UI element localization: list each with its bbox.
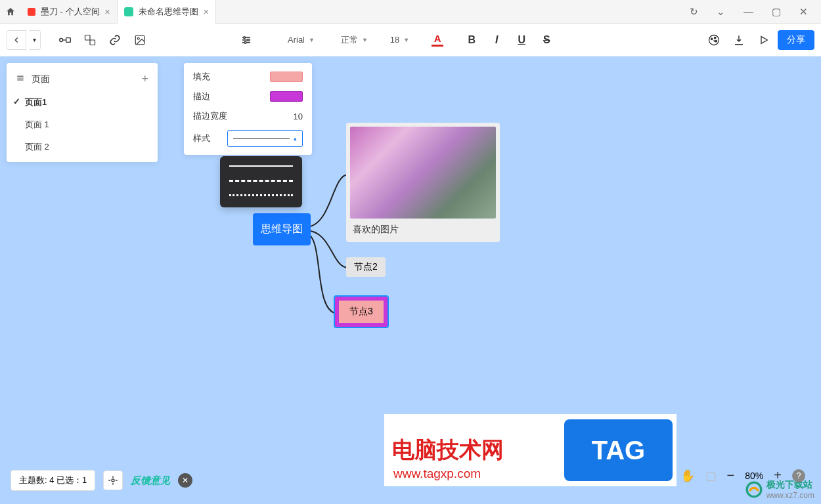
mindmap-node-3-selected[interactable]: 节点3 <box>335 297 388 327</box>
close-icon[interactable]: × <box>105 7 110 17</box>
image-caption: 喜欢的图片 <box>350 219 496 238</box>
fill-swatch[interactable] <box>270 72 303 82</box>
share-button[interactable]: 分享 <box>778 30 814 50</box>
back-dropdown[interactable]: ▾ <box>29 30 41 50</box>
style-panel: 填充 描边 描边宽度 10 样式 ▴ <box>184 63 312 155</box>
stroke-width-value[interactable]: 10 <box>270 112 303 121</box>
add-page-button[interactable]: + <box>141 72 148 86</box>
strike-icon[interactable]: S <box>535 29 558 51</box>
bold-icon[interactable]: B <box>460 29 483 51</box>
pages-title: 页面 <box>32 74 50 85</box>
zoom-controls: ✋ ▢ − 80% + ? <box>680 468 805 483</box>
download-icon[interactable] <box>728 29 750 51</box>
italic-icon[interactable]: I <box>485 29 508 51</box>
title-bar: 墨刀 - 个人空间 × 未命名思维导图 × ↻ ⌄ — ▢ ✕ <box>0 0 821 24</box>
dl-url: www.xz7.com <box>766 491 814 500</box>
page-item[interactable]: 页面 2 <box>7 136 158 158</box>
line-style-dropdown[interactable]: ▴ <box>227 130 303 147</box>
topic-stats: 主题数: 4 已选：1 <box>11 470 95 491</box>
underline-icon[interactable]: U <box>510 29 533 51</box>
svg-point-13 <box>112 479 114 482</box>
home-icon[interactable] <box>0 0 21 24</box>
image-tool-icon[interactable] <box>129 29 151 51</box>
line-option-dashed[interactable] <box>229 177 293 184</box>
line-option-solid[interactable] <box>229 163 293 169</box>
shapes-tool-icon[interactable] <box>79 29 101 51</box>
tab-mindmap[interactable]: 未命名思维导图 × <box>118 0 216 24</box>
chevron-down-icon: ▼ <box>403 37 409 43</box>
app-icon <box>28 8 35 16</box>
stroke-width-label: 描边宽度 <box>193 110 270 122</box>
theme-icon[interactable] <box>703 29 725 51</box>
font-dropdown[interactable]: Arial ▼ <box>282 30 320 50</box>
tab-workspace[interactable]: 墨刀 - 个人空间 × <box>21 0 118 24</box>
size-value: 18 <box>390 35 399 45</box>
watermark-title: 电脑技术网 <box>384 435 504 465</box>
page-item[interactable]: 页面1 <box>7 91 158 114</box>
help-icon[interactable]: ? <box>792 469 805 482</box>
svg-point-0 <box>60 38 63 41</box>
line-option-dotted[interactable] <box>229 192 293 198</box>
maximize-icon[interactable]: ▢ <box>772 6 781 18</box>
caret-icon: ▴ <box>294 135 297 142</box>
doc-icon <box>124 7 133 16</box>
solid-line-preview <box>233 138 290 139</box>
tab-label: 未命名思维导图 <box>139 6 198 18</box>
pages-header: 页面 + <box>7 67 158 91</box>
play-icon[interactable] <box>753 29 775 51</box>
svg-rect-1 <box>66 37 71 42</box>
line-style-menu <box>220 156 302 207</box>
style-label: 样式 <box>193 133 227 144</box>
close-icon[interactable]: × <box>204 7 209 17</box>
image-thumbnail <box>350 127 496 219</box>
fill-label: 填充 <box>193 71 270 83</box>
minimize-icon[interactable]: — <box>743 6 753 18</box>
mindmap-node-2[interactable]: 节点2 <box>346 257 386 277</box>
weight-value: 正常 <box>341 34 358 46</box>
size-dropdown[interactable]: 18 ▼ <box>385 30 414 50</box>
fit-view-icon[interactable]: ▢ <box>705 469 717 483</box>
watermark-tag: TAG <box>564 419 673 481</box>
text-color-icon[interactable]: A <box>426 29 449 51</box>
chevron-down-icon: ▼ <box>309 37 315 43</box>
link-tool-icon[interactable] <box>104 29 126 51</box>
stroke-label: 描边 <box>193 91 270 102</box>
font-value: Arial <box>288 35 305 45</box>
svg-point-10 <box>711 38 713 40</box>
feedback-link[interactable]: 反馈意见 <box>131 474 170 487</box>
toolbar: ▾ Arial ▼ 正常 ▼ 18 ▼ A B I U S <box>0 24 821 56</box>
zoom-in-button[interactable]: + <box>774 468 782 483</box>
center-view-button[interactable] <box>103 471 123 490</box>
svg-rect-2 <box>85 35 91 40</box>
stroke-swatch[interactable] <box>270 91 303 102</box>
tab-label: 墨刀 - 个人空间 <box>41 6 100 18</box>
list-icon <box>16 74 25 85</box>
chevron-down-icon[interactable]: ⌄ <box>717 6 725 18</box>
pages-panel: 页面 + 页面1 页面 1 页面 2 <box>7 63 158 162</box>
weight-dropdown[interactable]: 正常 ▼ <box>336 30 373 50</box>
status-bar: 主题数: 4 已选：1 反馈意见 ✕ <box>11 470 192 491</box>
page-item[interactable]: 页面 1 <box>7 114 158 136</box>
svg-point-11 <box>714 37 716 39</box>
svg-point-6 <box>244 36 246 38</box>
watermark-url: www.tagxp.com <box>393 467 481 481</box>
close-window-icon[interactable]: ✕ <box>799 6 808 18</box>
hand-tool-icon[interactable]: ✋ <box>680 469 695 483</box>
refresh-icon[interactable]: ↻ <box>690 6 698 18</box>
mindmap-root-node[interactable]: 思维导图 <box>253 213 311 245</box>
svg-point-7 <box>248 39 250 41</box>
feedback-close-icon[interactable]: ✕ <box>178 473 192 488</box>
svg-rect-3 <box>90 40 95 45</box>
canvas[interactable]: 思维导图 喜欢的图片 节点2 节点3 页面 + 页面1 页面 1 页面 2 填充… <box>0 56 821 504</box>
svg-point-5 <box>137 37 139 39</box>
settings-icon[interactable] <box>235 29 257 51</box>
zoom-out-button[interactable]: − <box>727 468 735 483</box>
mindmap-image-node[interactable]: 喜欢的图片 <box>346 123 500 242</box>
back-button[interactable] <box>7 30 26 50</box>
node-tool-icon[interactable] <box>54 29 76 51</box>
svg-point-8 <box>244 41 246 43</box>
watermark-logo: 电脑技术网 www.tagxp.com TAG <box>384 414 677 486</box>
zoom-value: 80% <box>745 471 763 481</box>
window-controls: ↻ ⌄ — ▢ ✕ <box>677 6 821 18</box>
chevron-down-icon: ▼ <box>362 37 368 43</box>
